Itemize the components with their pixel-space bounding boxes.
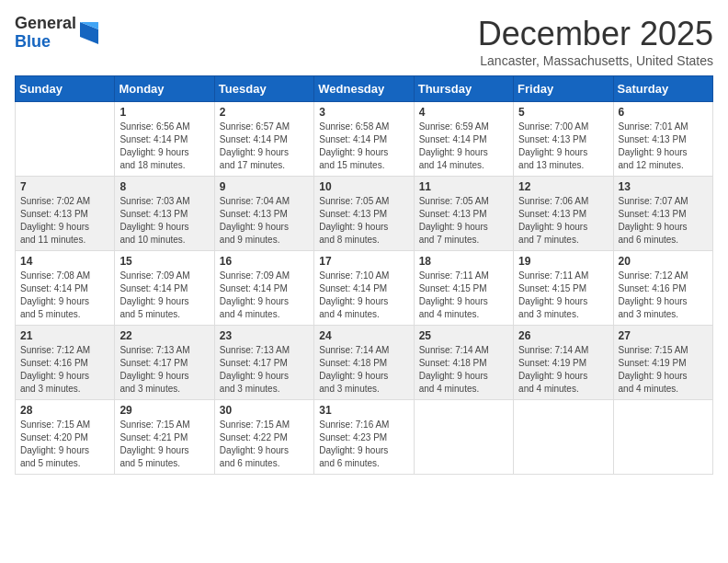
day-info: Sunrise: 7:16 AM Sunset: 4:23 PM Dayligh…: [319, 419, 408, 470]
calendar-week-row: 1Sunrise: 6:56 AM Sunset: 4:14 PM Daylig…: [16, 102, 713, 177]
calendar-cell: 15Sunrise: 7:09 AM Sunset: 4:14 PM Dayli…: [115, 251, 214, 326]
day-info: Sunrise: 7:12 AM Sunset: 4:16 PM Dayligh…: [20, 344, 109, 396]
day-number: 7: [20, 180, 109, 193]
title-block: December 2025 Lancaster, Massachusetts, …: [478, 15, 713, 68]
day-header-saturday: Saturday: [613, 76, 712, 102]
calendar-week-row: 28Sunrise: 7:15 AM Sunset: 4:20 PM Dayli…: [16, 400, 713, 475]
day-number: 11: [419, 180, 508, 193]
calendar-header-row: SundayMondayTuesdayWednesdayThursdayFrid…: [16, 76, 713, 102]
day-number: 24: [319, 329, 408, 342]
month-title: December 2025: [478, 15, 713, 53]
calendar-week-row: 14Sunrise: 7:08 AM Sunset: 4:14 PM Dayli…: [16, 251, 713, 326]
day-number: 2: [220, 106, 309, 119]
day-info: Sunrise: 7:01 AM Sunset: 4:13 PM Dayligh…: [619, 121, 708, 172]
calendar-cell: 1Sunrise: 6:56 AM Sunset: 4:14 PM Daylig…: [115, 102, 214, 177]
day-info: Sunrise: 7:12 AM Sunset: 4:16 PM Dayligh…: [619, 270, 708, 321]
day-info: Sunrise: 7:00 AM Sunset: 4:13 PM Dayligh…: [518, 121, 608, 172]
day-info: Sunrise: 6:56 AM Sunset: 4:14 PM Dayligh…: [119, 121, 209, 172]
calendar-cell: 24Sunrise: 7:14 AM Sunset: 4:18 PM Dayli…: [314, 326, 414, 400]
calendar-cell: 3Sunrise: 6:58 AM Sunset: 4:14 PM Daylig…: [314, 102, 414, 177]
day-info: Sunrise: 7:14 AM Sunset: 4:19 PM Dayligh…: [518, 344, 608, 396]
day-number: 27: [619, 329, 708, 342]
day-info: Sunrise: 7:02 AM Sunset: 4:13 PM Dayligh…: [20, 195, 109, 247]
day-number: 20: [619, 255, 708, 268]
day-number: 19: [518, 255, 608, 268]
day-header-tuesday: Tuesday: [214, 76, 313, 102]
day-info: Sunrise: 7:04 AM Sunset: 4:13 PM Dayligh…: [220, 195, 309, 247]
calendar-cell: 9Sunrise: 7:04 AM Sunset: 4:13 PM Daylig…: [214, 177, 313, 251]
page-header: General Blue December 2025 Lancaster, Ma…: [15, 15, 713, 68]
calendar-cell: 18Sunrise: 7:11 AM Sunset: 4:15 PM Dayli…: [414, 251, 513, 326]
logo: General Blue: [15, 15, 98, 52]
day-info: Sunrise: 7:13 AM Sunset: 4:17 PM Dayligh…: [220, 344, 309, 396]
calendar-cell: 7Sunrise: 7:02 AM Sunset: 4:13 PM Daylig…: [16, 177, 115, 251]
logo-blue: Blue: [15, 33, 76, 52]
day-info: Sunrise: 6:58 AM Sunset: 4:14 PM Dayligh…: [319, 121, 408, 172]
calendar-week-row: 21Sunrise: 7:12 AM Sunset: 4:16 PM Dayli…: [16, 326, 713, 400]
calendar-cell: 2Sunrise: 6:57 AM Sunset: 4:14 PM Daylig…: [214, 102, 313, 177]
calendar-cell: 25Sunrise: 7:14 AM Sunset: 4:18 PM Dayli…: [414, 326, 513, 400]
day-info: Sunrise: 7:11 AM Sunset: 4:15 PM Dayligh…: [518, 270, 608, 321]
day-number: 26: [518, 329, 608, 342]
logo-general: General: [15, 15, 76, 33]
day-number: 30: [220, 404, 309, 417]
day-info: Sunrise: 7:15 AM Sunset: 4:20 PM Dayligh…: [20, 419, 109, 470]
day-header-thursday: Thursday: [414, 76, 513, 102]
day-info: Sunrise: 6:57 AM Sunset: 4:14 PM Dayligh…: [220, 121, 309, 172]
day-info: Sunrise: 6:59 AM Sunset: 4:14 PM Dayligh…: [419, 121, 508, 172]
day-header-friday: Friday: [514, 76, 613, 102]
calendar-cell: 27Sunrise: 7:15 AM Sunset: 4:19 PM Dayli…: [613, 326, 712, 400]
day-number: 14: [20, 255, 109, 268]
day-number: 29: [119, 404, 209, 417]
calendar-cell: 23Sunrise: 7:13 AM Sunset: 4:17 PM Dayli…: [214, 326, 313, 400]
calendar-cell: 19Sunrise: 7:11 AM Sunset: 4:15 PM Dayli…: [514, 251, 613, 326]
day-number: 25: [419, 329, 508, 342]
day-number: 17: [319, 255, 408, 268]
day-info: Sunrise: 7:09 AM Sunset: 4:14 PM Dayligh…: [220, 270, 309, 321]
day-number: 8: [119, 180, 209, 193]
calendar-cell: 8Sunrise: 7:03 AM Sunset: 4:13 PM Daylig…: [115, 177, 214, 251]
day-info: Sunrise: 7:14 AM Sunset: 4:18 PM Dayligh…: [419, 344, 508, 396]
calendar-cell: 21Sunrise: 7:12 AM Sunset: 4:16 PM Dayli…: [16, 326, 115, 400]
day-info: Sunrise: 7:09 AM Sunset: 4:14 PM Dayligh…: [119, 270, 209, 321]
day-number: 1: [119, 106, 209, 119]
day-number: 31: [319, 404, 408, 417]
calendar-cell: [514, 400, 613, 475]
day-info: Sunrise: 7:06 AM Sunset: 4:13 PM Dayligh…: [518, 195, 608, 247]
day-number: 3: [319, 106, 408, 119]
calendar-cell: 29Sunrise: 7:15 AM Sunset: 4:21 PM Dayli…: [115, 400, 214, 475]
location: Lancaster, Massachusetts, United States: [478, 53, 713, 68]
day-number: 28: [20, 404, 109, 417]
calendar-cell: 4Sunrise: 6:59 AM Sunset: 4:14 PM Daylig…: [414, 102, 513, 177]
calendar-cell: 16Sunrise: 7:09 AM Sunset: 4:14 PM Dayli…: [214, 251, 313, 326]
day-info: Sunrise: 7:15 AM Sunset: 4:19 PM Dayligh…: [619, 344, 708, 396]
day-header-monday: Monday: [115, 76, 214, 102]
calendar-table: SundayMondayTuesdayWednesdayThursdayFrid…: [15, 75, 713, 475]
calendar-cell: 5Sunrise: 7:00 AM Sunset: 4:13 PM Daylig…: [514, 102, 613, 177]
calendar-cell: 13Sunrise: 7:07 AM Sunset: 4:13 PM Dayli…: [613, 177, 712, 251]
day-number: 16: [220, 255, 309, 268]
calendar-cell: 17Sunrise: 7:10 AM Sunset: 4:14 PM Dayli…: [314, 251, 414, 326]
day-info: Sunrise: 7:14 AM Sunset: 4:18 PM Dayligh…: [319, 344, 408, 396]
day-number: 10: [319, 180, 408, 193]
day-number: 13: [619, 180, 708, 193]
day-header-sunday: Sunday: [16, 76, 115, 102]
calendar-cell: 12Sunrise: 7:06 AM Sunset: 4:13 PM Dayli…: [514, 177, 613, 251]
day-number: 15: [119, 255, 209, 268]
calendar-cell: 14Sunrise: 7:08 AM Sunset: 4:14 PM Dayli…: [16, 251, 115, 326]
logo-icon: [80, 22, 98, 44]
day-info: Sunrise: 7:08 AM Sunset: 4:14 PM Dayligh…: [20, 270, 109, 321]
calendar-cell: 20Sunrise: 7:12 AM Sunset: 4:16 PM Dayli…: [613, 251, 712, 326]
calendar-cell: [414, 400, 513, 475]
day-number: 4: [419, 106, 508, 119]
day-number: 6: [619, 106, 708, 119]
day-info: Sunrise: 7:15 AM Sunset: 4:21 PM Dayligh…: [119, 419, 209, 470]
calendar-cell: 10Sunrise: 7:05 AM Sunset: 4:13 PM Dayli…: [314, 177, 414, 251]
calendar-cell: 31Sunrise: 7:16 AM Sunset: 4:23 PM Dayli…: [314, 400, 414, 475]
day-number: 12: [518, 180, 608, 193]
calendar-cell: 30Sunrise: 7:15 AM Sunset: 4:22 PM Dayli…: [214, 400, 313, 475]
day-info: Sunrise: 7:10 AM Sunset: 4:14 PM Dayligh…: [319, 270, 408, 321]
day-number: 18: [419, 255, 508, 268]
day-number: 9: [220, 180, 309, 193]
day-info: Sunrise: 7:15 AM Sunset: 4:22 PM Dayligh…: [220, 419, 309, 470]
